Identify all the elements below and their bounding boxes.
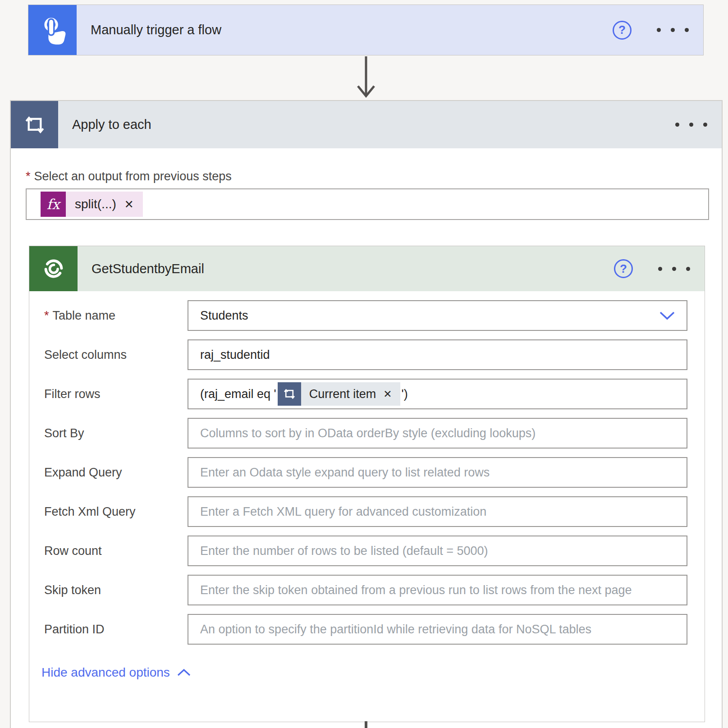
flow-designer-canvas: Manually trigger a flow ? Apply to each — [0, 0, 728, 728]
field-row-sort-by: Sort By Columns to sort by in OData orde… — [44, 418, 687, 449]
field-placeholder: Columns to sort by in OData orderBy styl… — [200, 426, 536, 440]
filter-rows-field[interactable]: (raj_email eq ' Current item ✕ — [188, 379, 687, 409]
field-row-fetch-xml-query: Fetch Xml Query Enter a Fetch XML query … — [44, 496, 687, 527]
field-label: Expand Query — [44, 466, 122, 479]
fx-function-icon: fx — [41, 192, 66, 217]
field-row-partition-id: Partition ID An option to specify the pa… — [44, 614, 687, 645]
help-icon[interactable]: ? — [614, 259, 633, 278]
field-row-expand-query: Expand Query Enter an Odata style expand… — [44, 457, 687, 488]
more-options-icon[interactable] — [657, 28, 689, 32]
field-label: Sort By — [44, 426, 84, 440]
select-columns-field[interactable]: raj_studentid — [188, 339, 687, 370]
trigger-card[interactable]: Manually trigger a flow ? — [28, 5, 704, 55]
current-item-loop-icon — [278, 382, 301, 406]
table-name-field[interactable]: Students — [188, 300, 687, 331]
sort-by-field[interactable]: Columns to sort by in OData orderBy styl… — [188, 418, 687, 449]
collapse-chevron-icon — [177, 669, 191, 676]
fetch-xml-query-field[interactable]: Enter a Fetch XML query for advanced cus… — [188, 496, 687, 527]
partition-id-field[interactable]: An option to specify the partitionId whi… — [188, 614, 687, 645]
field-row-select-columns: Select columns raj_studentid — [44, 339, 687, 370]
required-asterisk: * — [26, 169, 31, 183]
connector-arrow — [356, 55, 376, 99]
action-card: GetStudentbyEmail ? *Table name Students — [29, 246, 705, 722]
field-label: Filter rows — [44, 387, 101, 401]
field-label: Table name — [53, 309, 116, 322]
filter-expression-suffix: ') — [402, 387, 408, 401]
action-card-actions: ? — [614, 246, 705, 291]
remove-token-icon[interactable]: ✕ — [383, 389, 392, 399]
field-value: Students — [200, 309, 248, 323]
required-asterisk: * — [44, 309, 49, 322]
action-fields: *Table name Students Select columns raj_… — [29, 300, 705, 653]
field-label: Fetch Xml Query — [44, 505, 136, 518]
expression-chip[interactable]: fx split(...) ✕ — [41, 192, 143, 217]
more-options-icon[interactable] — [658, 267, 690, 271]
apply-to-each-card[interactable]: Apply to each — [11, 101, 722, 148]
hide-advanced-options-link[interactable]: Hide advanced options — [41, 665, 191, 680]
apply-to-each-loop-icon — [11, 101, 58, 148]
more-options-icon[interactable] — [675, 123, 707, 127]
field-placeholder: An option to specify the partitionId whi… — [200, 623, 591, 636]
action-card-title: GetStudentbyEmail — [78, 246, 614, 291]
field-row-skip-token: Skip token Enter the skip token obtained… — [44, 575, 687, 605]
action-card-header[interactable]: GetStudentbyEmail ? — [29, 246, 705, 291]
field-placeholder: Enter the number of rows to be listed (d… — [200, 544, 488, 558]
field-label: Select columns — [44, 348, 127, 362]
touch-trigger-icon — [28, 5, 77, 55]
field-row-filter-rows: Filter rows (raj_email eq ' Current item — [44, 379, 687, 409]
field-row-row-count: Row count Enter the number of rows to be… — [44, 536, 687, 566]
expression-chip-label: split(...) — [75, 197, 116, 211]
connector-stub — [365, 721, 367, 728]
field-row-table-name: *Table name Students — [44, 300, 687, 331]
apply-to-each-scope: Apply to each *Select an output from pre… — [10, 100, 723, 728]
dataverse-icon — [29, 246, 78, 291]
skip-token-field[interactable]: Enter the skip token obtained from a pre… — [188, 575, 687, 605]
field-label: Partition ID — [44, 623, 105, 636]
remove-expression-icon[interactable]: ✕ — [124, 199, 134, 210]
trigger-card-title: Manually trigger a flow — [77, 5, 613, 55]
token-label: Current item — [309, 387, 376, 401]
field-value: raj_studentid — [200, 348, 270, 362]
output-input[interactable]: fx split(...) ✕ — [26, 188, 709, 220]
filter-expression-prefix: (raj_email eq ' — [200, 387, 276, 401]
row-count-field[interactable]: Enter the number of rows to be listed (d… — [188, 536, 687, 566]
current-item-token[interactable]: Current item ✕ — [278, 382, 400, 406]
field-placeholder: Enter the skip token obtained from a pre… — [200, 583, 632, 597]
help-icon[interactable]: ? — [613, 21, 632, 40]
dropdown-chevron-icon[interactable] — [659, 311, 675, 320]
trigger-card-actions: ? — [613, 5, 703, 55]
field-placeholder: Enter a Fetch XML query for advanced cus… — [200, 505, 486, 519]
field-label: Row count — [44, 544, 102, 558]
field-label: Skip token — [44, 583, 101, 597]
apply-to-each-title: Apply to each — [58, 101, 675, 148]
expand-query-field[interactable]: Enter an Odata style expand query to lis… — [188, 457, 687, 488]
apply-card-actions — [675, 101, 722, 148]
output-field-label: *Select an output from previous steps — [26, 169, 232, 183]
field-placeholder: Enter an Odata style expand query to lis… — [200, 466, 490, 480]
